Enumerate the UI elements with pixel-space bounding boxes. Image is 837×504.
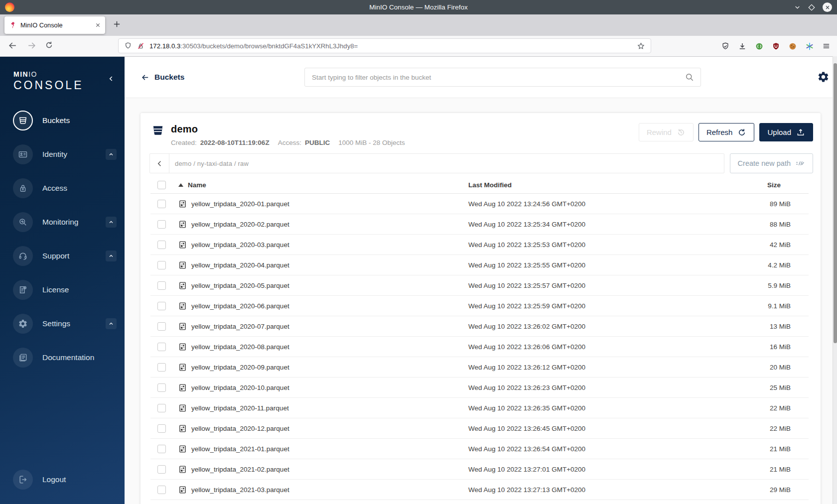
table-row[interactable]: yellow_tripdata_2020-05.parquet Wed Aug … — [150, 275, 809, 296]
sidebar-item-support[interactable]: Support — [0, 239, 125, 273]
row-checkbox[interactable] — [157, 302, 166, 310]
table-row[interactable]: yellow_tripdata_2021-02.parquet Wed Aug … — [150, 459, 809, 480]
sidebar-item-identity[interactable]: Identity — [0, 137, 125, 171]
object-name[interactable]: yellow_tripdata_2020-02.parquet — [191, 221, 289, 228]
row-checkbox[interactable] — [157, 241, 166, 249]
row-checkbox[interactable] — [157, 220, 166, 229]
back-icon[interactable] — [8, 41, 17, 50]
colorful-asterisk-icon[interactable] — [805, 42, 814, 51]
sidebar-item-settings[interactable]: Settings — [0, 307, 125, 341]
object-name[interactable]: yellow_tripdata_2021-01.parquet — [191, 445, 289, 453]
shield-permissions-icon[interactable] — [124, 42, 132, 50]
scrollbar-thumb[interactable] — [834, 63, 837, 343]
sidebar-item-access[interactable]: Access — [0, 171, 125, 205]
row-checkbox[interactable] — [157, 424, 166, 433]
object-name[interactable]: yellow_tripdata_2020-04.parquet — [191, 261, 289, 269]
object-name[interactable]: yellow_tripdata_2020-06.parquet — [191, 302, 289, 310]
sidebar-item-monitoring[interactable]: Monitoring — [0, 205, 125, 239]
column-header-size[interactable]: Size — [734, 181, 809, 189]
object-name[interactable]: yellow_tripdata_2020-01.parquet — [191, 200, 289, 208]
green-extension-icon[interactable] — [755, 42, 764, 51]
back-to-buckets-link[interactable]: Buckets — [141, 57, 184, 98]
downloads-icon[interactable] — [738, 42, 747, 51]
url-text[interactable]: 172.18.0.3:30503/buckets/demo/browse/bnk… — [149, 42, 637, 50]
sidebar-item-buckets[interactable]: Buckets — [0, 104, 125, 137]
select-all-checkbox[interactable] — [157, 181, 166, 189]
chevron-up-icon[interactable] — [106, 318, 117, 329]
table-row[interactable]: yellow_tripdata_2020-07.parquet Wed Aug … — [150, 316, 809, 337]
row-checkbox[interactable] — [157, 322, 166, 331]
license-document-icon — [13, 280, 33, 300]
row-checkbox[interactable] — [157, 465, 166, 474]
chevron-up-icon[interactable] — [106, 251, 117, 261]
cookie-icon[interactable] — [788, 42, 797, 51]
object-name[interactable]: yellow_tripdata_2020-08.parquet — [191, 343, 289, 351]
sidebar-item-license[interactable]: License — [0, 273, 125, 307]
bookmark-star-icon[interactable] — [637, 42, 645, 50]
row-checkbox[interactable] — [157, 261, 166, 269]
upload-button[interactable]: Upload — [759, 123, 813, 141]
object-name[interactable]: yellow_tripdata_2020-05.parquet — [191, 282, 289, 289]
access-label: Access: — [278, 139, 301, 146]
chevron-up-icon[interactable] — [106, 149, 117, 160]
created-label: Created: — [171, 139, 197, 146]
row-checkbox[interactable] — [157, 486, 166, 494]
forward-icon[interactable] — [27, 41, 36, 50]
sidebar-item-label: Buckets — [42, 116, 70, 125]
row-checkbox[interactable] — [157, 343, 166, 351]
path-back-chevron-icon[interactable] — [150, 154, 169, 173]
maximize-icon[interactable] — [808, 4, 815, 11]
object-name[interactable]: yellow_tripdata_2021-02.parquet — [191, 466, 289, 473]
insecure-lock-icon[interactable] — [137, 42, 145, 50]
minimize-icon[interactable] — [794, 4, 801, 10]
new-tab-icon[interactable] — [113, 20, 121, 28]
object-name[interactable]: yellow_tripdata_2020-03.parquet — [191, 241, 289, 249]
row-checkbox[interactable] — [157, 383, 166, 392]
settings-gear-icon[interactable] — [817, 71, 830, 83]
sort-ascending-icon[interactable] — [178, 183, 183, 187]
table-row[interactable]: yellow_tripdata_2020-12.parquet Wed Aug … — [150, 418, 809, 439]
table-row[interactable]: yellow_tripdata_2020-02.parquet Wed Aug … — [150, 214, 809, 235]
object-name[interactable]: yellow_tripdata_2020-11.parquet — [191, 404, 289, 412]
table-row[interactable]: yellow_tripdata_2020-06.parquet Wed Aug … — [150, 296, 809, 316]
object-name[interactable]: yellow_tripdata_2020-10.parquet — [191, 384, 289, 391]
row-checkbox[interactable] — [157, 404, 166, 412]
table-row[interactable]: yellow_tripdata_2020-03.parquet Wed Aug … — [150, 235, 809, 255]
row-checkbox[interactable] — [157, 200, 166, 208]
tab-minio-console[interactable]: MinIO Console — [4, 16, 105, 34]
table-row[interactable]: yellow_tripdata_2020-04.parquet Wed Aug … — [150, 255, 809, 275]
hamburger-menu-icon[interactable] — [822, 42, 831, 50]
close-icon[interactable] — [823, 2, 832, 12]
ublock-shield-icon[interactable] — [772, 42, 780, 51]
reload-icon[interactable] — [45, 41, 53, 49]
table-row[interactable]: yellow_tripdata_2021-01.parquet Wed Aug … — [150, 439, 809, 459]
table-row[interactable]: yellow_tripdata_2020-10.parquet Wed Aug … — [150, 378, 809, 398]
sidebar-collapse-icon[interactable] — [108, 75, 115, 82]
search-input[interactable] — [304, 68, 701, 87]
sidebar-item-logout[interactable]: Logout — [0, 463, 125, 497]
object-name[interactable]: yellow_tripdata_2020-09.parquet — [191, 364, 289, 371]
chevron-up-icon[interactable] — [106, 217, 117, 228]
refresh-button[interactable]: Refresh — [698, 123, 755, 141]
table-row[interactable]: yellow_tripdata_2020-08.parquet Wed Aug … — [150, 337, 809, 357]
url-bar[interactable]: 172.18.0.3:30503/buckets/demo/browse/bnk… — [118, 38, 651, 53]
table-row[interactable]: yellow_tripdata_2021-03.parquet Wed Aug … — [150, 480, 809, 500]
row-checkbox[interactable] — [157, 363, 166, 372]
object-name[interactable]: yellow_tripdata_2020-12.parquet — [191, 425, 289, 432]
privacy-shield-icon[interactable] — [721, 42, 730, 51]
rewind-button[interactable]: Rewind — [639, 123, 694, 141]
sidebar-item-documentation[interactable]: Documentation — [0, 341, 125, 375]
tab-close-icon[interactable] — [95, 22, 101, 28]
breadcrumb[interactable]: demo / ny-taxi-data / raw — [175, 160, 249, 167]
row-checkbox[interactable] — [157, 281, 166, 290]
table-row[interactable]: yellow_tripdata_2020-01.parquet Wed Aug … — [150, 194, 809, 214]
page-scrollbar[interactable] — [833, 56, 837, 504]
row-checkbox[interactable] — [157, 445, 166, 453]
object-name[interactable]: yellow_tripdata_2021-03.parquet — [191, 486, 289, 494]
table-row[interactable]: yellow_tripdata_2020-09.parquet Wed Aug … — [150, 357, 809, 378]
column-header-last-modified[interactable]: Last Modified — [468, 181, 734, 189]
object-name[interactable]: yellow_tripdata_2020-07.parquet — [191, 323, 289, 330]
create-new-path-button[interactable]: Create new path — [730, 153, 813, 173]
table-row[interactable]: yellow_tripdata_2020-11.parquet Wed Aug … — [150, 398, 809, 418]
column-header-name[interactable]: Name — [188, 181, 206, 189]
